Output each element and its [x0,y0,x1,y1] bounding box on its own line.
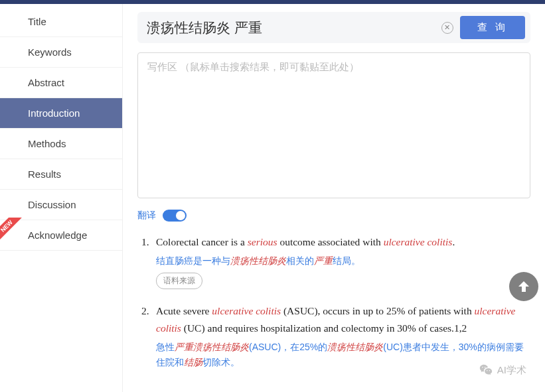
nav-item-label: Acknowledge [28,229,87,241]
result-body: Acute severe ulcerative colitis (ASUC), … [156,302,530,369]
arrow-up-icon [516,279,532,294]
result-english: Colorectal cancer is a serious outcome a… [156,233,530,251]
result-translation: 结直肠癌是一种与溃疡性结肠炎相关的严重结局。 [156,253,530,269]
scroll-top-button[interactable] [509,272,538,301]
nav-item-acknowledge[interactable]: Acknowledge [0,220,122,251]
nav-item-introduction[interactable]: Introduction [0,98,122,129]
search-bar: ✕ 查 询 [137,12,530,43]
result-item[interactable]: 2.Acute severe ulcerative colitis (ASUC)… [141,302,530,369]
new-badge [0,218,24,244]
result-number: 1. [141,233,156,289]
sidebar: Title Keywords Abstract Introduction Met… [0,0,123,392]
nav-item-title[interactable]: Title [0,7,122,37]
nav-item-methods[interactable]: Methods [0,129,122,159]
search-input[interactable] [147,20,441,36]
nav-item-discussion[interactable]: Discussion [0,190,122,220]
source-button[interactable]: 语料来源 [156,273,202,290]
result-body: Colorectal cancer is a serious outcome a… [156,233,530,289]
result-english: Acute severe ulcerative colitis (ASUC), … [156,302,530,336]
result-item[interactable]: 1.Colorectal cancer is a serious outcome… [141,233,530,289]
nav-item-results[interactable]: Results [0,159,122,190]
main-panel: ✕ 查 询 翻译 1.Colorectal cancer is a seriou… [123,0,545,392]
results-list: 1.Colorectal cancer is a serious outcome… [137,233,530,370]
write-area[interactable] [137,52,530,198]
clear-icon[interactable]: ✕ [441,22,453,34]
translate-row: 翻译 [137,210,530,222]
result-translation: 急性严重溃疡性结肠炎(ASUC)，在25%的溃疡性结肠炎(UC)患者中发生，30… [156,340,530,370]
nav-item-abstract[interactable]: Abstract [0,68,122,98]
result-number: 2. [141,302,156,369]
translate-label: 翻译 [137,210,156,222]
translate-toggle[interactable] [163,210,187,222]
nav-item-keywords[interactable]: Keywords [0,37,122,68]
query-button[interactable]: 查 询 [460,16,525,39]
